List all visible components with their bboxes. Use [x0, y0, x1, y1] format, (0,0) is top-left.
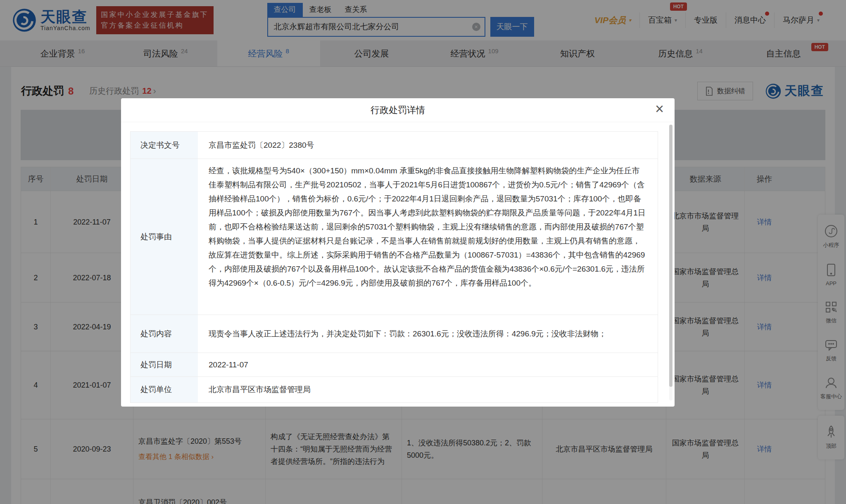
penalty-detail-table: 决定书文号 京昌市监处罚〔2022〕2380号 处罚事由 经查，该批规格型号为5…	[130, 131, 658, 403]
field-value-unit: 北京市昌平区市场监督管理局	[198, 377, 658, 402]
field-value-reason: 经查，该批规格型号为540×（300+150）mm×0.04mm 承重5kg的非…	[198, 159, 658, 315]
field-label: 决定书文号	[131, 132, 198, 159]
field-value-content: 现责令当事人改正上述违法行为，并决定处罚如下：罚款：26301.6元；没收违法所…	[198, 315, 658, 353]
close-icon[interactable]: ×	[655, 101, 664, 117]
field-value-date: 2022-11-07	[198, 353, 658, 376]
field-label: 处罚单位	[131, 377, 198, 402]
field-label: 处罚事由	[131, 159, 198, 315]
scrollbar-thumb[interactable]	[669, 125, 673, 387]
modal-scrollbar[interactable]	[669, 125, 673, 400]
field-value-doc-no: 京昌市监处罚〔2022〕2380号	[198, 132, 658, 159]
penalty-detail-modal: 行政处罚详情 × 决定书文号 京昌市监处罚〔2022〕2380号 处罚事由 经查…	[121, 98, 675, 407]
modal-title: 行政处罚详情	[371, 104, 425, 116]
field-label: 处罚内容	[131, 315, 198, 353]
field-label: 处罚日期	[131, 353, 198, 376]
